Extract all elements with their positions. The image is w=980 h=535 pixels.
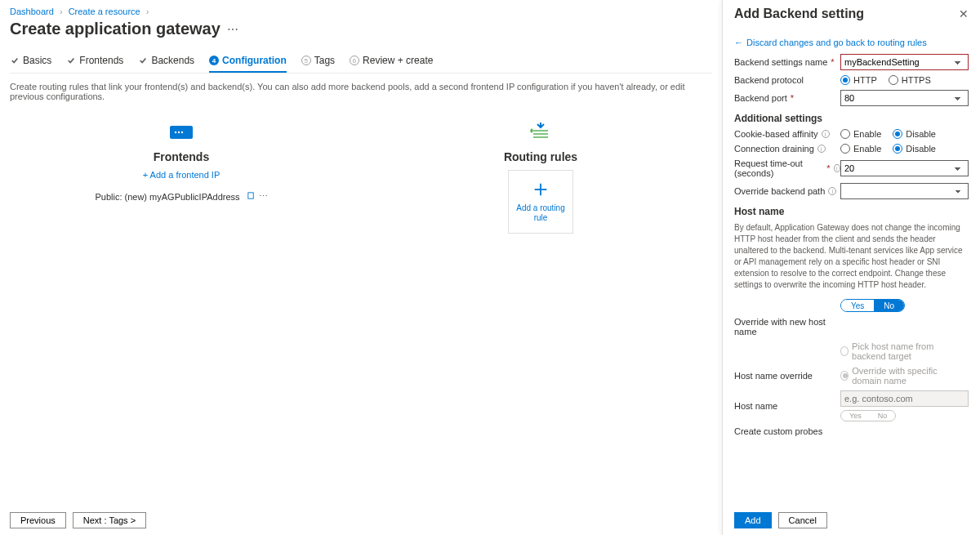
additional-settings-heading: Additional settings (734, 113, 969, 124)
add-rule-label: Add a routing rule (512, 203, 569, 223)
next-button[interactable]: Next : Tags > (73, 512, 146, 528)
toggle-no[interactable]: No (874, 300, 904, 311)
label-name: Backend settings name (734, 57, 827, 67)
cancel-button[interactable]: Cancel (778, 512, 827, 528)
label-host-name: Host name (734, 401, 777, 411)
backend-port-input[interactable] (840, 90, 969, 106)
breadcrumb: Dashboard › Create a resource › (10, 7, 712, 16)
frontends-icon (167, 118, 195, 145)
info-icon[interactable]: i (817, 145, 826, 153)
label-draining: Connection draining (734, 144, 814, 154)
plus-icon (532, 181, 550, 198)
previous-button[interactable]: Previous (10, 512, 66, 528)
draining-disable-radio[interactable] (893, 144, 902, 154)
tab-basics[interactable]: Basics (10, 51, 51, 73)
label-hostname-override: Host name override (734, 371, 813, 381)
discard-back-link[interactable]: ← Discard changes and go back to routing… (734, 38, 969, 47)
close-icon[interactable]: ✕ (959, 7, 969, 20)
tab-label: Configuration (222, 55, 287, 66)
routing-title: Routing rules (504, 150, 577, 163)
label-protocol: Backend protocol (734, 75, 804, 85)
svg-point-2 (178, 132, 180, 133)
info-icon[interactable]: i (822, 130, 830, 138)
label-custom-probes: Create custom probes (734, 426, 822, 436)
step-icon: 4 (209, 56, 219, 65)
tab-configuration[interactable]: 4 Configuration (209, 51, 287, 73)
info-icon[interactable]: i (828, 187, 836, 195)
page-title: Create application gateway (10, 20, 220, 38)
draining-enable-radio[interactable] (840, 144, 850, 154)
hostname-yesno-toggle: Yes No (840, 410, 896, 421)
label-port: Backend port (734, 93, 787, 103)
svg-rect-4 (247, 193, 252, 198)
tab-label: Tags (314, 55, 335, 66)
timeout-input[interactable] (840, 160, 969, 176)
affinity-enable-radio[interactable] (840, 129, 850, 139)
title-more-button[interactable]: ⋯ (227, 23, 238, 36)
pick-hostname-radio (840, 346, 849, 356)
override-specific-radio (840, 371, 849, 381)
toggle-yes: Yes (841, 411, 870, 421)
tab-review[interactable]: 6 Review + create (350, 51, 433, 73)
breadcrumb-dashboard[interactable]: Dashboard (10, 7, 54, 16)
add-button[interactable]: Add (734, 512, 772, 528)
step-icon: 5 (301, 56, 311, 65)
hostname-input (840, 390, 969, 407)
affinity-disable-radio[interactable] (893, 129, 902, 139)
arrow-left-icon: ← (734, 38, 743, 47)
check-icon (66, 56, 76, 65)
info-icon[interactable]: i (834, 164, 840, 172)
add-routing-rule-box[interactable]: Add a routing rule (508, 170, 573, 234)
backend-name-input[interactable] (840, 54, 969, 70)
frontend-item-label: Public: (new) myAGPublicIPAddress (95, 192, 239, 202)
breadcrumb-create-resource[interactable]: Create a resource (69, 7, 140, 16)
svg-point-3 (181, 132, 183, 133)
host-name-help: By default, Application Gateway does not… (734, 222, 969, 291)
toggle-yes[interactable]: Yes (841, 300, 874, 311)
tab-frontends[interactable]: Frontends (66, 51, 123, 73)
more-icon[interactable]: ⋯ (259, 191, 268, 202)
panel-title: Add Backend setting (734, 7, 864, 21)
check-icon (10, 56, 20, 65)
routing-icon (527, 118, 555, 145)
tab-label: Backends (151, 55, 194, 66)
wizard-tabs: Basics Frontends Backends 4 Configuratio… (10, 51, 712, 74)
edit-icon[interactable] (247, 191, 256, 202)
svg-point-1 (175, 132, 176, 133)
tab-label: Frontends (79, 55, 123, 66)
add-backend-setting-panel: Add Backend setting ✕ ← Discard changes … (722, 0, 980, 535)
protocol-http-radio[interactable] (840, 75, 850, 85)
check-icon (138, 56, 148, 65)
frontends-title: Frontends (154, 150, 209, 163)
tab-label: Basics (23, 55, 51, 66)
toggle-no: No (870, 411, 896, 421)
override-hostname-toggle[interactable]: Yes No (840, 299, 905, 312)
frontends-column: Frontends + Add a frontend IP Public: (n… (91, 118, 271, 234)
label-override-new: Override with new host name (734, 317, 840, 337)
protocol-https-radio[interactable] (889, 75, 898, 85)
step-icon: 6 (350, 56, 359, 65)
add-frontend-link[interactable]: + Add a frontend IP (143, 170, 220, 180)
label-affinity: Cookie-based affinity (734, 129, 818, 139)
tab-tags[interactable]: 5 Tags (301, 51, 335, 73)
tab-label: Review + create (363, 55, 433, 66)
label-override-path: Override backend path (734, 186, 825, 196)
intro-text: Create routing rules that link your fron… (10, 82, 712, 101)
routing-column: Routing rules Add a routing rule (451, 118, 630, 234)
host-name-heading: Host name (734, 206, 969, 217)
override-path-input[interactable] (840, 183, 969, 199)
label-timeout: Request time-out (seconds) (734, 158, 823, 178)
tab-backends[interactable]: Backends (138, 51, 194, 73)
